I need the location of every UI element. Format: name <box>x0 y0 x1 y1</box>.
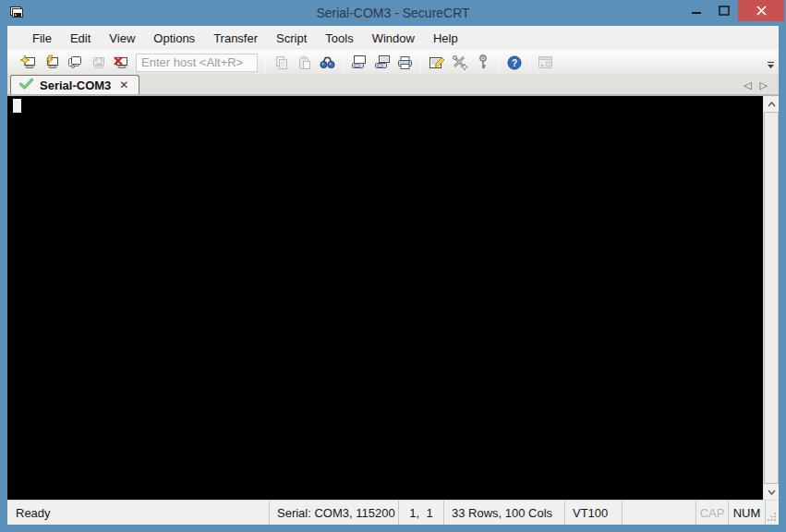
status-cursor-position: 1, 1 <box>399 501 444 525</box>
connect-icon[interactable] <box>17 53 40 73</box>
key-agent-icon[interactable] <box>471 53 494 73</box>
status-encryption <box>623 501 696 525</box>
menu-file[interactable]: File <box>23 27 61 50</box>
close-button[interactable] <box>738 0 784 21</box>
maximize-button[interactable] <box>710 0 738 21</box>
print-screen-icon[interactable] <box>347 53 370 73</box>
menu-options[interactable]: Options <box>144 27 204 50</box>
menubar: File Edit View Options Transfer Script T… <box>7 26 779 50</box>
securecrt-window: Serial-COM3 - SecureCRT File Edit View O… <box>0 0 786 532</box>
menu-tools[interactable]: Tools <box>316 27 362 50</box>
menu-edit[interactable]: Edit <box>61 27 100 50</box>
connect-in-tab-icon[interactable] <box>63 53 86 73</box>
terminal-screen[interactable] <box>7 96 763 500</box>
minimize-button[interactable] <box>683 0 710 21</box>
toolbar-separator <box>529 54 530 71</box>
menu-help[interactable]: Help <box>424 27 467 50</box>
tab-close-icon[interactable]: ✕ <box>117 79 130 91</box>
resize-grip[interactable] <box>766 501 779 525</box>
tab-label: Serial-COM3 <box>40 79 111 92</box>
scrollbar-thumb[interactable] <box>764 112 779 484</box>
statusbar: Ready Serial: COM3, 115200 1, 1 33 Rows,… <box>7 500 779 525</box>
host-input[interactable] <box>136 54 258 72</box>
titlebar[interactable]: Serial-COM3 - SecureCRT <box>0 0 786 26</box>
scrollbar-track[interactable] <box>764 112 779 484</box>
toolbar-separator <box>343 54 344 71</box>
print-eject-icon[interactable] <box>370 53 393 73</box>
toolbar-separator <box>265 54 266 71</box>
menu-window[interactable]: Window <box>363 27 424 50</box>
toolbar-separator <box>420 54 421 71</box>
menu-transfer[interactable]: Transfer <box>204 27 267 50</box>
menu-script[interactable]: Script <box>267 27 316 50</box>
status-caps-lock: CAP <box>696 501 729 525</box>
status-serial-connection: Serial: COM3, 115200 <box>269 501 399 525</box>
copy-icon[interactable] <box>270 53 293 73</box>
toolbar: ? <box>7 50 779 74</box>
status-terminal-size: 33 Rows, 100 Cols <box>444 501 565 525</box>
reconnect-icon[interactable] <box>86 53 109 73</box>
status-ready: Ready <box>7 501 269 525</box>
status-num-lock: NUM <box>729 501 766 525</box>
menu-view[interactable]: View <box>100 27 144 50</box>
help-icon[interactable]: ? <box>502 53 526 73</box>
app-icon[interactable] <box>7 5 24 21</box>
quick-connect-icon[interactable] <box>40 53 63 73</box>
global-options-icon[interactable] <box>448 53 471 73</box>
vertical-scrollbar[interactable] <box>763 96 779 500</box>
paste-icon[interactable] <box>293 53 316 73</box>
find-icon[interactable] <box>316 53 339 73</box>
tab-scroll-left-icon[interactable]: ◁ <box>744 80 751 91</box>
session-options-icon[interactable] <box>425 53 448 73</box>
print-icon[interactable] <box>393 53 417 73</box>
toolbar-separator <box>498 54 499 71</box>
terminal-cursor <box>13 99 21 113</box>
disconnect-icon[interactable] <box>109 53 132 73</box>
status-emulation: VT100 <box>565 501 623 525</box>
svg-text:?: ? <box>511 57 516 67</box>
window-title: Serial-COM3 - SecureCRT <box>0 0 786 26</box>
tab-serial-com3[interactable]: Serial-COM3 ✕ <box>10 75 139 94</box>
tab-scroll-right-icon[interactable]: ▷ <box>760 80 768 91</box>
scroll-up-icon[interactable] <box>764 96 779 112</box>
scroll-down-icon[interactable] <box>764 484 779 500</box>
terminal-row <box>7 96 779 500</box>
tabbar: Serial-COM3 ✕ ◁ ▷ <box>7 74 779 96</box>
connected-check-icon <box>19 77 33 93</box>
securefx-icon[interactable] <box>534 53 557 73</box>
toolbar-overflow-button[interactable] <box>765 58 777 71</box>
